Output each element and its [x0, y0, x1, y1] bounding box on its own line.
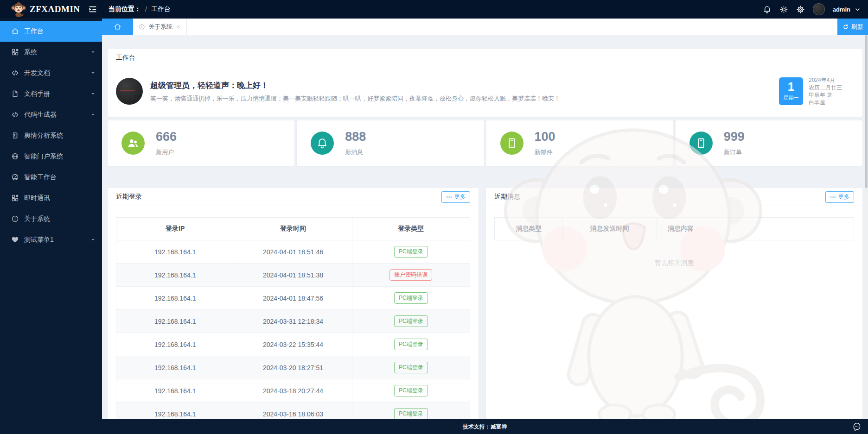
- user-avatar[interactable]: [813, 3, 825, 15]
- breadcrumb-separator: /: [145, 6, 147, 13]
- sidebar-item-4[interactable]: 代码生成器: [0, 104, 102, 125]
- chat-bubble-icon[interactable]: [852, 422, 862, 431]
- brightness-icon[interactable]: [779, 5, 788, 14]
- users-icon: [127, 137, 139, 149]
- sidebar-item-label: 智能门户系统: [24, 152, 63, 161]
- stat-text: 666新用户: [156, 130, 177, 157]
- sidebar-item-0[interactable]: 工作台: [0, 21, 102, 42]
- panel-title: 近期登录: [116, 193, 142, 201]
- login-ip: 192.168.164.1: [116, 240, 234, 264]
- login-type-badge: 账户密码错误: [389, 269, 432, 280]
- code-icon: [11, 111, 19, 119]
- workbench-card: 工作台 超级管理员，轻轻道声：晚上好！ 笑一笑，烦恼通通扔掉，乐一乐，压力悄悄退…: [108, 49, 862, 117]
- grid-icon: [11, 48, 19, 56]
- main-content: 工作台 超级管理员，轻轻道声：晚上好！ 笑一笑，烦恼通通扔掉，乐一乐，压力悄悄退…: [102, 35, 864, 419]
- calendar-line: 2024年4月: [809, 76, 854, 84]
- login-row: 192.168.164.12024-04-01 18:47:56PC端登录: [116, 287, 470, 310]
- tabbar: 关于系统 刷新: [102, 19, 868, 35]
- card-title: 工作台: [108, 49, 862, 66]
- tab-home[interactable]: [102, 19, 133, 35]
- logo-monkey-icon: [10, 1, 27, 18]
- stat-card-3: 999新订单: [676, 120, 862, 166]
- login-type-badge: PC端登录: [394, 408, 428, 419]
- login-time: 2024-03-31 12:18:34: [234, 310, 352, 333]
- grid-icon: [11, 194, 19, 202]
- stat-value: 666: [156, 130, 177, 144]
- home-icon: [114, 23, 121, 31]
- scrollbar-thumb[interactable]: [865, 35, 868, 188]
- login-row: 192.168.164.12024-03-20 18:27:51PC端登录: [116, 356, 470, 379]
- calendar-line: 白羊座: [809, 99, 854, 106]
- login-time: 2024-04-01 18:51:46: [234, 240, 352, 264]
- chevron-down-icon[interactable]: [855, 6, 861, 13]
- login-row: 192.168.164.12024-03-18 20:27:44PC端登录: [116, 379, 470, 403]
- breadcrumb-page[interactable]: 工作台: [151, 5, 171, 13]
- username[interactable]: admin: [833, 6, 850, 13]
- panel-title: 近期消息: [494, 193, 520, 201]
- stat-icon-circle: [500, 132, 523, 155]
- calendar-day-badge: 1 星期一: [779, 77, 803, 105]
- calendar-line: 甲辰年 龙: [809, 91, 854, 99]
- calendar-details: 2024年4月农历二月廿三甲辰年 龙白羊座: [809, 76, 854, 106]
- stat-card-2: 100新邮件: [486, 120, 673, 166]
- breadcrumb-label: 当前位置：: [108, 5, 141, 13]
- globe-icon: [11, 152, 19, 160]
- message-more-button[interactable]: 更多: [825, 191, 854, 203]
- bell-icon[interactable]: [763, 5, 772, 14]
- reader-icon: [11, 132, 19, 139]
- close-tab-icon[interactable]: [176, 24, 181, 29]
- login-time: 2024-03-20 18:27:51: [234, 356, 352, 379]
- message-table: 消息类型消息发送时间消息内容: [494, 217, 854, 240]
- login-row: 192.168.164.12024-04-01 18:51:46PC端登录: [116, 240, 470, 264]
- recent-login-panel: 近期登录 更多 登录IP登录时间登录类型 192.168.164.12024-0…: [108, 188, 479, 419]
- sidebar-item-5[interactable]: 舆情分析系统: [0, 125, 102, 146]
- login-more-button[interactable]: 更多: [441, 191, 470, 203]
- sidebar-item-label: 代码生成器: [24, 111, 57, 119]
- sidebar-item-label: 舆情分析系统: [24, 132, 63, 140]
- empty-state-text: 暂无相关消息: [494, 240, 854, 267]
- stat-icon-circle: [311, 132, 334, 155]
- info-icon: [11, 215, 19, 223]
- login-ip: 192.168.164.1: [116, 264, 234, 287]
- menu-fold-icon[interactable]: [88, 5, 97, 14]
- table-header-row: 登录IP登录时间登录类型: [116, 218, 470, 240]
- login-time: 2024-03-22 15:35:44: [234, 333, 352, 356]
- calendar-widget: 1 星期一 2024年4月农历二月廿三甲辰年 龙白羊座: [779, 76, 854, 106]
- settings-gear-icon[interactable]: [796, 5, 805, 14]
- app: { "topbar": { "brand": "ZFXADMIN", "brea…: [0, 0, 868, 434]
- login-row: 192.168.164.12024-03-16 18:06:03PC端登录: [116, 403, 470, 420]
- recent-message-panel: 近期消息 更多 消息类型消息发送时间消息内容 暂无相关消息: [486, 188, 862, 419]
- login-type-badge: PC端登录: [394, 385, 428, 396]
- stat-text: 100新邮件: [535, 130, 555, 157]
- brand-title: ZFXADMIN: [30, 4, 80, 14]
- sidebar-item-7[interactable]: 智能工作台: [0, 167, 102, 188]
- sidebar-item-label: 文档手册: [24, 90, 50, 98]
- vertical-scrollbar[interactable]: [864, 35, 868, 419]
- calendar-line: 农历二月廿三: [809, 84, 854, 91]
- info-circle-icon: [139, 24, 145, 30]
- sidebar-item-10[interactable]: 测试菜单1: [0, 229, 102, 250]
- sidebar-item-8[interactable]: 即时通讯: [0, 188, 102, 208]
- login-type-cell: PC端登录: [352, 403, 470, 420]
- sidebar-item-3[interactable]: 文档手册: [0, 83, 102, 104]
- sidebar-item-9[interactable]: 关于系统: [0, 208, 102, 229]
- login-table: 登录IP登录时间登录类型 192.168.164.12024-04-01 18:…: [116, 217, 470, 419]
- stat-value: 100: [535, 130, 555, 144]
- login-ip: 192.168.164.1: [116, 379, 234, 403]
- heart-icon: [11, 236, 19, 244]
- login-type-cell: PC端登录: [352, 379, 470, 403]
- login-type-badge: PC端登录: [394, 339, 428, 350]
- phone-icon: [695, 137, 707, 149]
- login-type-cell: 账户密码错误: [352, 264, 470, 287]
- topbar: ZFXADMIN 当前位置： / 工作台 admin: [0, 0, 868, 19]
- sidebar-item-6[interactable]: 智能门户系统: [0, 146, 102, 167]
- login-row: 192.168.164.12024-03-31 12:18:34PC端登录: [116, 310, 470, 333]
- sidebar-item-1[interactable]: 系统: [0, 42, 102, 63]
- tab-about-system[interactable]: 关于系统: [133, 19, 187, 35]
- stat-icon-circle: [121, 132, 145, 155]
- login-time: 2024-04-01 18:51:38: [234, 264, 352, 287]
- refresh-button[interactable]: 刷新: [837, 19, 868, 35]
- sidebar-item-2[interactable]: 开发文档: [0, 63, 102, 83]
- brand: ZFXADMIN: [0, 1, 102, 18]
- sidebar-item-label: 即时通讯: [24, 194, 50, 202]
